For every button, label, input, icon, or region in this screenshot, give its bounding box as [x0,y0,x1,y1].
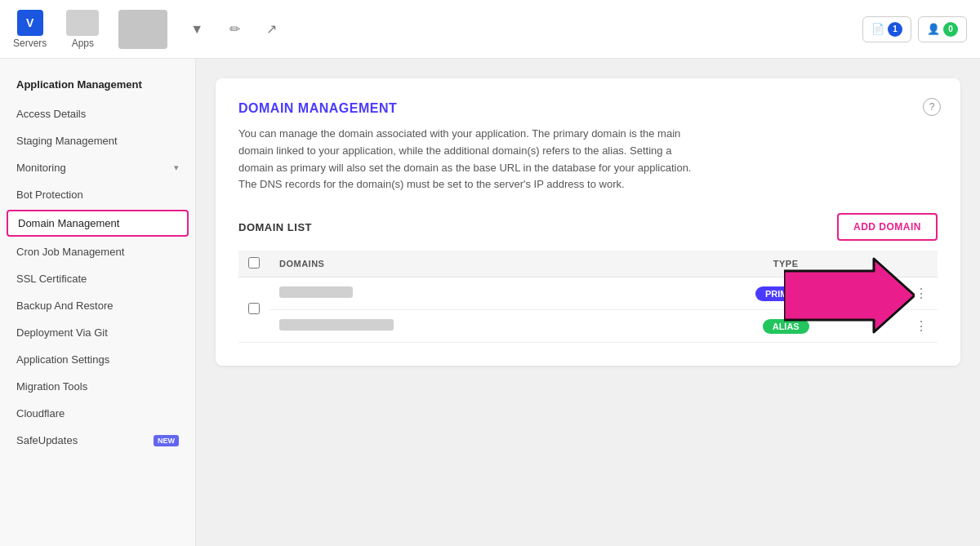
sidebar-item-label: Deployment Via Git [16,326,108,339]
row1-more-button[interactable]: ⋮ [915,286,928,300]
content-area: ? DOMAIN MANAGEMENT You can manage the d… [196,59,980,546]
domain-blur-2 [279,319,394,331]
new-badge: NEW [154,435,179,446]
col-domains: DOMAINS [270,251,666,277]
sidebar-item-label: Monitoring [16,162,66,174]
sidebar-section-title: Application Management [0,72,195,100]
sidebar-item-label: Migration Tools [16,380,87,393]
sidebar-item-label: Access Details [16,108,86,120]
sidebar-item-label: Cron Job Management [16,246,124,258]
sidebar-item-label: Application Settings [16,353,109,366]
servers-label: Servers [13,38,47,49]
sidebar: Application Management Access Details St… [0,59,196,546]
nav-right: 📄 1 👤 0 [862,16,967,42]
users-icon: 👤 [927,23,940,35]
sidebar-item-label: Bot Protection [16,189,83,201]
sidebar-item-safeupdates[interactable]: SafeUpdates NEW [0,427,195,454]
sidebar-item-label: SSL Certificate [16,273,87,285]
col-actions [905,251,938,277]
apps-thumb [66,10,99,36]
servers-logo: V [17,10,43,36]
files-button[interactable]: 📄 1 [862,16,911,42]
alias-badge: ALIAS [763,319,809,334]
row1-actions: ⋮ [905,277,938,310]
sidebar-item-access-details[interactable]: Access Details [0,100,195,127]
servers-nav-item[interactable]: V Servers [13,10,47,49]
main-layout: Application Management Access Details St… [0,59,980,546]
table-row: PRIMARY ⋮ [238,277,938,310]
sidebar-item-label: Domain Management [18,217,119,229]
sidebar-item-bot-protection[interactable]: Bot Protection [0,181,195,208]
row2-more-button[interactable]: ⋮ [915,319,928,333]
sidebar-item-label: Staging Management [16,135,118,147]
row2-type: ALIAS [666,310,905,343]
edit-icon[interactable]: ✏ [226,18,243,40]
sidebar-item-label: SafeUpdates [16,434,78,446]
apps-nav-item[interactable]: Apps [66,10,99,49]
row2-domain [270,310,666,343]
domain-table: DOMAINS TYPE PRIMARY [238,251,938,343]
row1-checkbox-cell [238,277,270,343]
top-nav: V Servers Apps ▼ ✏ ↗ 📄 1 👤 0 [0,0,980,59]
external-link-icon[interactable]: ↗ [263,18,280,40]
card-title: DOMAIN MANAGEMENT [238,101,938,116]
users-button[interactable]: 👤 0 [918,16,967,42]
help-icon[interactable]: ? [923,98,941,116]
sidebar-item-label: Cloudflare [16,407,65,419]
col-checkbox [238,251,270,277]
row2-actions: ⋮ [905,310,938,343]
nav-left: V Servers Apps ▼ ✏ ↗ [13,10,862,49]
primary-badge: PRIMARY [755,286,816,301]
sidebar-item-backup-and-restore[interactable]: Backup And Restore [0,292,195,319]
chevron-down-icon: ▾ [174,162,179,173]
sidebar-item-migration-tools[interactable]: Migration Tools [0,373,195,400]
sidebar-item-monitoring[interactable]: Monitoring ▾ [0,154,195,181]
sidebar-item-ssl-certificate[interactable]: SSL Certificate [0,265,195,292]
files-icon: 📄 [871,23,884,35]
domain-blur-1 [279,286,353,298]
row1-checkbox[interactable] [248,303,260,314]
users-badge: 0 [943,22,958,37]
add-domain-button[interactable]: ADD DOMAIN [837,213,938,241]
table-row: ALIAS ⋮ [238,310,938,343]
dropdown-icon[interactable]: ▼ [187,19,207,40]
domain-management-card: ? DOMAIN MANAGEMENT You can manage the d… [216,78,960,366]
select-all-checkbox[interactable] [248,257,260,269]
row1-type: PRIMARY [666,277,905,310]
sidebar-item-application-settings[interactable]: Application Settings [0,346,195,373]
sidebar-item-domain-management[interactable]: Domain Management [7,210,189,237]
sidebar-item-staging-management[interactable]: Staging Management [0,127,195,154]
sidebar-item-label: Backup And Restore [16,300,114,312]
row1-domain [270,277,666,310]
card-description: You can manage the domain associated wit… [238,126,696,193]
files-badge: 1 [888,22,902,37]
domain-list-title: DOMAIN LIST [238,221,312,233]
sidebar-item-cron-job-management[interactable]: Cron Job Management [0,238,195,265]
domain-list-header: DOMAIN LIST ADD DOMAIN [238,213,938,241]
sidebar-item-cloudflare[interactable]: Cloudflare [0,400,195,427]
app-nav-item[interactable] [118,10,167,49]
apps-label: Apps [72,38,94,49]
col-type: TYPE [666,251,905,277]
sidebar-item-deployment-via-git[interactable]: Deployment Via Git [0,319,195,346]
app-thumb [118,10,167,49]
